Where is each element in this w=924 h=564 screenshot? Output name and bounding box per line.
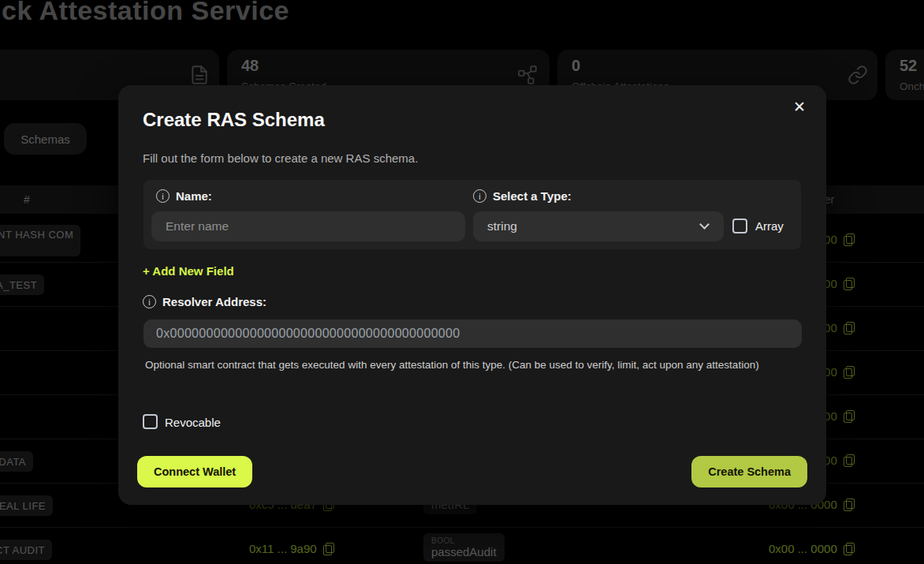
info-icon — [473, 189, 486, 203]
info-icon — [143, 295, 156, 308]
close-icon[interactable]: ✕ — [793, 99, 806, 114]
type-field-label: Select a Type: — [473, 189, 572, 203]
array-checkbox-label: Array — [755, 219, 784, 233]
resolver-address-label: Resolver Address: — [143, 295, 266, 308]
resolver-address-input[interactable] — [143, 319, 802, 348]
revocable-checkbox-label: Revocable — [165, 416, 221, 429]
revocable-checkbox[interactable] — [143, 414, 158, 429]
create-schema-modal: ✕ Create RAS Schema Fill out the form be… — [118, 85, 826, 505]
modal-subtitle: Fill out the form below to create a new … — [143, 151, 418, 165]
field-definition-panel: Name: Select a Type: string Array — [143, 180, 801, 249]
add-new-field-button[interactable]: + Add New Field — [143, 264, 234, 278]
resolver-help-text: Optional smart contract that gets execut… — [145, 357, 776, 373]
create-schema-button[interactable]: Create Schema — [691, 456, 807, 487]
name-field-label: Name: — [156, 189, 212, 203]
type-select[interactable]: string — [473, 211, 724, 241]
chevron-down-icon — [699, 219, 710, 230]
name-input[interactable] — [151, 211, 465, 241]
modal-title: Create RAS Schema — [143, 109, 325, 131]
array-checkbox[interactable] — [732, 219, 747, 233]
connect-wallet-button[interactable]: Connect Wallet — [137, 456, 252, 487]
info-icon — [156, 189, 170, 203]
